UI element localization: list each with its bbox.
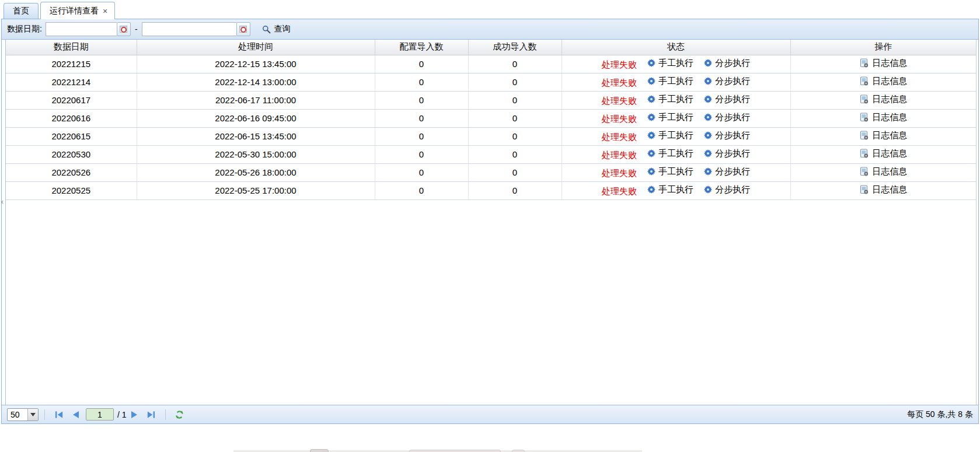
cell-operation: 日志信息 <box>790 145 976 163</box>
table-row[interactable]: 20220530 2022-05-30 15:00:00 0 0 处理失败 手工… <box>6 145 976 163</box>
log-document-icon <box>859 113 869 122</box>
column-header-success-count[interactable]: 成功导入数 <box>468 40 562 55</box>
first-page-icon <box>55 411 64 419</box>
manual-run-label: 手工执行 <box>658 130 693 141</box>
table-row[interactable]: 20221214 2022-12-14 13:00:00 0 0 处理失败 手工… <box>6 73 976 91</box>
cell-operation: 日志信息 <box>790 127 976 145</box>
cell-data-date: 20220526 <box>6 163 137 181</box>
step-run-link[interactable]: 分步执行 <box>704 148 750 159</box>
date-from-calendar-button[interactable] <box>117 22 131 36</box>
table-row[interactable]: 20221215 2022-12-15 13:45:00 0 0 处理失败 手工… <box>6 55 976 73</box>
status-fail-label: 处理失败 <box>602 167 637 177</box>
query-button[interactable]: 查询 <box>259 22 294 36</box>
gear-icon <box>647 131 655 139</box>
chevron-down-icon <box>27 409 38 421</box>
cell-process-time: 2022-05-25 17:00:00 <box>137 181 375 199</box>
step-run-link[interactable]: 分步执行 <box>704 166 750 177</box>
log-info-label: 日志信息 <box>872 58 907 69</box>
gear-icon <box>647 167 655 176</box>
tab-run-detail-label: 运行详情查看 <box>50 6 99 16</box>
log-info-link[interactable]: 日志信息 <box>859 148 907 159</box>
cell-status: 处理失败 手工执行 <box>562 181 790 199</box>
search-icon <box>262 25 271 34</box>
cell-success-count: 0 <box>468 55 562 73</box>
gear-icon <box>647 95 655 103</box>
log-info-label: 日志信息 <box>872 184 907 195</box>
log-info-link[interactable]: 日志信息 <box>859 94 907 105</box>
column-header-config-count[interactable]: 配置导入数 <box>375 40 468 55</box>
manual-run-link[interactable]: 手工执行 <box>647 148 693 159</box>
prev-page-button[interactable] <box>70 409 81 420</box>
page-number-input[interactable] <box>86 408 114 421</box>
status-fail-label: 处理失败 <box>602 113 637 123</box>
table-row[interactable]: 20220617 2022-06-17 11:00:00 0 0 处理失败 手工… <box>6 91 976 109</box>
bottom-fragment <box>310 449 329 452</box>
log-info-link[interactable]: 日志信息 <box>859 58 907 69</box>
step-run-link[interactable]: 分步执行 <box>704 184 750 195</box>
manual-run-link[interactable]: 手工执行 <box>647 184 693 195</box>
column-header-operation[interactable]: 操作 <box>790 40 976 55</box>
table-row[interactable]: 20220616 2022-06-16 09:45:00 0 0 处理失败 手工… <box>6 109 976 127</box>
column-header-status[interactable]: 状态 <box>562 40 790 55</box>
step-run-link[interactable]: 分步执行 <box>704 130 750 141</box>
step-run-link[interactable]: 分步执行 <box>704 94 750 105</box>
log-info-link[interactable]: 日志信息 <box>859 76 907 87</box>
gear-icon <box>704 185 712 194</box>
cell-process-time: 2022-05-26 18:00:00 <box>137 163 375 181</box>
cell-success-count: 0 <box>468 145 562 163</box>
log-info-link[interactable]: 日志信息 <box>859 112 907 123</box>
step-run-link[interactable]: 分步执行 <box>704 76 750 87</box>
table-row[interactable]: 20220526 2022-05-26 18:00:00 0 0 处理失败 手工… <box>6 163 976 181</box>
manual-run-link[interactable]: 手工执行 <box>647 112 693 123</box>
status-fail-label: 处理失败 <box>602 59 637 69</box>
cell-status: 处理失败 手工执行 <box>562 73 790 91</box>
manual-run-link[interactable]: 手工执行 <box>647 130 693 141</box>
query-button-label: 查询 <box>274 24 291 34</box>
manual-run-link[interactable]: 手工执行 <box>647 166 693 177</box>
log-document-icon <box>859 131 869 141</box>
tab-home[interactable]: 首页 <box>4 3 39 19</box>
next-page-button[interactable] <box>130 409 140 420</box>
cell-data-date: 20220617 <box>6 91 137 109</box>
last-page-button[interactable] <box>146 409 156 420</box>
cell-data-date: 20221215 <box>6 55 137 73</box>
step-run-link[interactable]: 分步执行 <box>704 58 750 69</box>
tab-run-detail[interactable]: 运行详情查看 × <box>40 2 115 19</box>
calendar-icon <box>239 26 247 33</box>
manual-run-label: 手工执行 <box>658 58 693 69</box>
date-from-input[interactable] <box>46 22 117 36</box>
cell-success-count: 0 <box>468 127 562 145</box>
panel-collapse-handle[interactable]: ‹ <box>0 195 5 208</box>
log-info-link[interactable]: 日志信息 <box>859 184 907 195</box>
cell-config-count: 0 <box>375 91 468 109</box>
refresh-button[interactable] <box>175 409 185 420</box>
log-info-link[interactable]: 日志信息 <box>859 130 907 141</box>
cell-status: 处理失败 手工执行 <box>562 91 790 109</box>
step-run-link[interactable]: 分步执行 <box>704 112 750 123</box>
date-to-input[interactable] <box>142 22 236 36</box>
log-info-label: 日志信息 <box>872 76 907 87</box>
pager-separator <box>44 409 45 420</box>
manual-run-label: 手工执行 <box>658 184 693 195</box>
date-to-calendar-button[interactable] <box>236 22 250 36</box>
cell-config-count: 0 <box>375 145 468 163</box>
tab-home-label: 首页 <box>13 6 29 16</box>
cell-operation: 日志信息 <box>790 163 976 181</box>
column-header-process-time[interactable]: 处理时间 <box>137 40 375 55</box>
log-info-label: 日志信息 <box>872 148 907 159</box>
page-size-select[interactable]: 50 <box>7 408 39 421</box>
manual-run-link[interactable]: 手工执行 <box>647 76 693 87</box>
status-fail-label: 处理失败 <box>602 149 637 159</box>
close-icon[interactable]: × <box>103 7 107 15</box>
table-row[interactable]: 20220525 2022-05-25 17:00:00 0 0 处理失败 手工… <box>6 181 976 199</box>
column-header-data-date[interactable]: 数据日期 <box>6 40 137 55</box>
manual-run-link[interactable]: 手工执行 <box>647 94 693 105</box>
log-info-link[interactable]: 日志信息 <box>859 166 907 177</box>
first-page-button[interactable] <box>54 409 64 420</box>
log-document-icon <box>859 76 869 86</box>
cell-process-time: 2022-12-15 13:45:00 <box>137 55 375 73</box>
table-row[interactable]: 20220615 2022-06-15 13:45:00 0 0 处理失败 手工… <box>6 127 976 145</box>
manual-run-label: 手工执行 <box>658 76 693 87</box>
manual-run-link[interactable]: 手工执行 <box>647 58 693 69</box>
cell-data-date: 20220615 <box>6 127 137 145</box>
